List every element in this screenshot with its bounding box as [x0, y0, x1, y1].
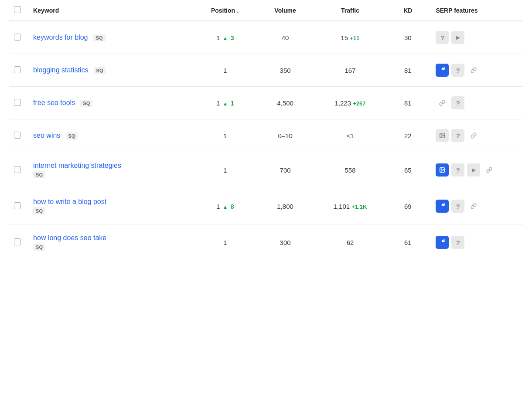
- row-checkbox-cell: [9, 224, 28, 261]
- sq-badge: SQ: [33, 171, 45, 178]
- position-change: 8: [231, 203, 234, 210]
- header-volume[interactable]: Volume: [259, 0, 311, 21]
- table-row: internet marketing strategies SQ 1700558…: [9, 152, 523, 188]
- keyword-wrapper: blogging statistics SQ: [33, 66, 106, 74]
- serp-cell: ?▶: [427, 152, 523, 188]
- volume-value: 40: [282, 34, 289, 41]
- traffic-change: +1.1K: [351, 204, 367, 210]
- image-icon[interactable]: [436, 129, 449, 142]
- featured-snippet-blue-icon[interactable]: ❝: [436, 64, 449, 77]
- kd-cell: 65: [389, 152, 427, 188]
- header-traffic[interactable]: Traffic: [312, 0, 389, 21]
- question-icon[interactable]: ?: [451, 129, 464, 142]
- position-arrow-icon: ▲: [223, 35, 228, 41]
- kd-value: 30: [404, 34, 412, 41]
- kd-cell: 22: [389, 119, 427, 152]
- position-value: 1: [223, 239, 227, 246]
- select-all-checkbox[interactable]: [14, 6, 21, 13]
- traffic-cell: 1,223 +257: [312, 87, 389, 119]
- row-checkbox-cell: [9, 21, 28, 54]
- volume-cell: 40: [259, 21, 311, 54]
- volume-value: 4,500: [277, 99, 293, 107]
- keyword-cell: blogging statistics SQ: [28, 54, 191, 87]
- question-icon[interactable]: ?: [451, 64, 464, 77]
- position-change: 3: [231, 34, 234, 41]
- link-icon[interactable]: [467, 129, 480, 142]
- traffic-cell: <1: [312, 119, 389, 152]
- keyword-wrapper: free seo tools SQ: [33, 99, 92, 106]
- volume-cell: 300: [259, 224, 311, 261]
- position-cell: 1: [191, 224, 259, 261]
- link-icon[interactable]: [483, 163, 496, 177]
- position-value: 1: [223, 166, 227, 174]
- row-checkbox[interactable]: [14, 166, 21, 173]
- row-checkbox[interactable]: [14, 202, 21, 209]
- traffic-cell: 15 +11: [312, 21, 389, 54]
- position-value: 1: [223, 67, 227, 74]
- featured-snippet-blue-icon[interactable]: ❝: [436, 236, 449, 249]
- position-cell: 1: [191, 119, 259, 152]
- svg-point-1: [441, 134, 442, 135]
- volume-value: 0–10: [278, 132, 292, 139]
- serp-icons-group: ❝?: [436, 236, 518, 249]
- keyword-link[interactable]: free seo tools: [33, 99, 75, 106]
- keywords-table: Keyword Position↓ Volume Traffic KD SERP…: [9, 0, 523, 260]
- traffic-change: +257: [353, 100, 365, 107]
- featured-snippet-blue-icon[interactable]: ❝: [436, 200, 449, 213]
- row-checkbox[interactable]: [14, 238, 21, 245]
- kd-cell: 81: [389, 54, 427, 87]
- position-arrow-icon: ▲: [223, 204, 228, 210]
- traffic-value: 1,101: [334, 203, 350, 210]
- traffic-value: <1: [346, 132, 354, 139]
- kd-value: 81: [404, 99, 412, 107]
- traffic-change: +11: [350, 35, 359, 41]
- row-checkbox[interactable]: [14, 132, 21, 139]
- row-checkbox-cell: [9, 87, 28, 119]
- volume-cell: 700: [259, 152, 311, 188]
- row-checkbox[interactable]: [14, 99, 21, 106]
- position-change: 1: [231, 100, 234, 107]
- serp-icons-group: ?: [436, 129, 518, 142]
- keyword-wrapper: internet marketing strategies SQ: [33, 162, 186, 178]
- video-icon[interactable]: ▶: [467, 163, 480, 177]
- link-icon[interactable]: [467, 64, 480, 77]
- position-value: 1: [216, 203, 220, 210]
- video-icon[interactable]: ▶: [451, 31, 464, 44]
- serp-cell: ❝?: [427, 188, 523, 224]
- sq-badge: SQ: [94, 67, 106, 74]
- header-keyword[interactable]: Keyword: [28, 0, 191, 21]
- row-checkbox[interactable]: [14, 66, 21, 73]
- header-position[interactable]: Position↓: [191, 0, 259, 21]
- kd-value: 65: [404, 166, 412, 174]
- keyword-wrapper: how to write a blog post SQ: [33, 198, 186, 214]
- table-body: keywords for blog SQ 1 ▲ 34015 +1130?▶ b…: [9, 21, 523, 260]
- serp-icons-group: ❝?: [436, 200, 518, 213]
- question-icon[interactable]: ?: [451, 236, 464, 249]
- keyword-link[interactable]: how long does seo take: [33, 234, 186, 242]
- keyword-link[interactable]: blogging statistics: [33, 66, 88, 74]
- traffic-cell: 558: [312, 152, 389, 188]
- question-icon[interactable]: ?: [451, 163, 464, 177]
- keyword-wrapper: seo wins SQ: [33, 132, 78, 139]
- kd-cell: 61: [389, 224, 427, 261]
- position-cell: 1 ▲ 8: [191, 188, 259, 224]
- link-icon[interactable]: [436, 96, 449, 109]
- traffic-value: 15: [341, 34, 348, 41]
- main-table-container: Keyword Position↓ Volume Traffic KD SERP…: [0, 0, 532, 260]
- kd-cell: 69: [389, 188, 427, 224]
- featured-snippet-gray-icon[interactable]: ?: [436, 31, 449, 44]
- svg-point-3: [441, 169, 442, 170]
- question-icon[interactable]: ?: [451, 200, 464, 213]
- image-pack-blue-icon[interactable]: [436, 163, 449, 177]
- question-icon[interactable]: ?: [451, 96, 464, 109]
- keyword-link[interactable]: how to write a blog post: [33, 198, 186, 206]
- position-cell: 1 ▲ 3: [191, 21, 259, 54]
- keyword-link[interactable]: seo wins: [33, 132, 60, 139]
- serp-icons-group: ?▶: [436, 31, 518, 44]
- header-kd[interactable]: KD: [389, 0, 427, 21]
- keyword-link[interactable]: internet marketing strategies: [33, 162, 186, 170]
- keyword-link[interactable]: keywords for blog: [33, 34, 88, 41]
- row-checkbox[interactable]: [14, 34, 21, 41]
- table-row: seo wins SQ 10–10<122?: [9, 119, 523, 152]
- link-icon[interactable]: [467, 200, 480, 213]
